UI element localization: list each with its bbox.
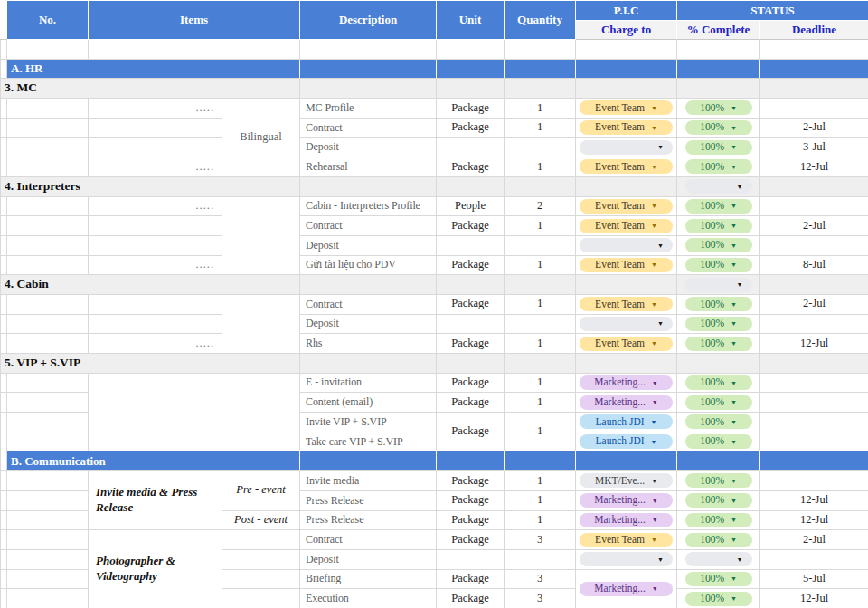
cell: [505, 451, 576, 471]
charge-to-dropdown[interactable]: ▼: [580, 238, 673, 252]
percent-complete-dropdown[interactable]: 100%▼: [685, 513, 752, 527]
percent-complete-dropdown[interactable]: 100%▼: [685, 592, 752, 606]
dropdown-value: 100%: [700, 260, 724, 271]
section-title: A. HR: [7, 59, 222, 79]
section-title: 4. Cabin: [1, 275, 300, 295]
percent-complete-dropdown[interactable]: ▼: [685, 552, 752, 566]
cell: [300, 79, 437, 99]
cell-deadline: 12-Jul: [760, 334, 868, 354]
percent-complete-dropdown[interactable]: 100%▼: [685, 395, 752, 410]
charge-to-dropdown[interactable]: Launch JDI▼: [580, 434, 673, 449]
cell-charge: Launch JDI▼: [576, 432, 677, 451]
chevron-down-icon: ▼: [651, 301, 657, 308]
cell-qty: 1: [505, 118, 576, 138]
cell-desc: Gửi tài liệu cho PDV: [300, 255, 437, 275]
charge-to-dropdown[interactable]: Marketing...▼: [580, 513, 673, 527]
charge-to-dropdown[interactable]: Event Team▼: [580, 159, 673, 174]
charge-to-dropdown[interactable]: ▼: [580, 552, 673, 566]
cell-complete: 100%▼: [677, 294, 760, 314]
charge-to-dropdown[interactable]: Event Team▼: [580, 100, 673, 115]
cell: [1, 40, 7, 60]
percent-complete-dropdown[interactable]: 100%▼: [685, 414, 752, 429]
percent-complete-dropdown[interactable]: 100%▼: [685, 493, 752, 508]
percent-complete-dropdown[interactable]: 100%▼: [685, 159, 752, 174]
cell-charge: Marketing...▼: [576, 393, 677, 413]
cell: [576, 451, 677, 471]
cell-qty: 1: [505, 373, 576, 393]
cell-complete: 100%▼: [677, 413, 760, 432]
percent-complete-dropdown[interactable]: 100%▼: [685, 473, 752, 488]
cell-deadline: 2-Jul: [760, 294, 868, 314]
charge-to-dropdown[interactable]: Event Team▼: [580, 120, 673, 135]
section-row: A. HR: [1, 59, 868, 79]
cell-desc: MC Profile: [300, 99, 437, 119]
cell-qty: 1: [505, 255, 576, 275]
cell-deadline: [760, 393, 868, 413]
percent-complete-dropdown[interactable]: 100%▼: [685, 238, 752, 252]
percent-complete-dropdown[interactable]: 100%▼: [685, 317, 752, 331]
percent-complete-dropdown[interactable]: 100%▼: [685, 434, 752, 449]
cell: [576, 79, 677, 99]
cell-desc: Deposit: [300, 314, 437, 334]
cell: [1, 216, 7, 236]
cell-unit: Package: [437, 471, 505, 491]
table-body: A. HR3. MC.....BilingualMC ProfilePackag…: [1, 40, 868, 608]
charge-to-dropdown[interactable]: Event Team▼: [580, 297, 673, 311]
percent-complete-dropdown[interactable]: 100%▼: [685, 533, 752, 547]
percent-complete-dropdown[interactable]: 100%▼: [685, 100, 752, 115]
chevron-down-icon: ▼: [657, 321, 664, 328]
cell: [437, 176, 505, 196]
charge-to-dropdown[interactable]: Launch JDI▼: [580, 414, 673, 429]
percent-complete-dropdown[interactable]: 100%▼: [685, 219, 752, 233]
percent-complete-dropdown[interactable]: 100%▼: [685, 199, 752, 214]
cell: [1, 393, 7, 413]
charge-to-dropdown[interactable]: Marketing...▼: [580, 493, 673, 508]
cell: [505, 59, 576, 79]
cell-items1: [89, 373, 222, 451]
percent-complete-dropdown[interactable]: 100%▼: [685, 297, 752, 311]
dropdown-value: MKT/Eve...: [595, 476, 645, 487]
cell-complete: 100%▼: [677, 490, 760, 510]
percent-complete-dropdown[interactable]: 100%▼: [685, 140, 752, 155]
percent-complete-dropdown[interactable]: 100%▼: [685, 375, 752, 390]
cell-items1: .....: [89, 99, 222, 119]
dropdown-value: Launch JDI: [596, 417, 645, 428]
section-row: 5. VIP + S.VIP: [1, 354, 868, 374]
charge-to-dropdown[interactable]: Event Team▼: [580, 219, 673, 233]
col-header-unit: Unit: [437, 1, 505, 40]
charge-to-dropdown[interactable]: Event Team▼: [580, 258, 673, 272]
cell: [437, 275, 505, 295]
charge-to-dropdown[interactable]: ▼: [580, 317, 673, 331]
charge-to-dropdown[interactable]: Event Team▼: [580, 199, 673, 214]
charge-to-dropdown[interactable]: Marketing...▼: [580, 582, 673, 596]
charge-to-dropdown[interactable]: ▼: [580, 140, 673, 155]
percent-complete-dropdown[interactable]: 100%▼: [685, 258, 752, 272]
percent-complete-dropdown[interactable]: ▼: [685, 278, 752, 292]
cell: [576, 275, 677, 295]
cell-complete: 100%▼: [677, 216, 760, 236]
cell-qty: 1: [505, 471, 576, 491]
percent-complete-dropdown[interactable]: 100%▼: [685, 572, 752, 586]
cell-no: [7, 294, 89, 314]
percent-complete-dropdown[interactable]: 100%▼: [685, 337, 752, 351]
charge-to-dropdown[interactable]: Event Team▼: [580, 533, 673, 547]
cell-desc: Take care VIP + S.VIP: [300, 432, 437, 451]
dropdown-value: 100%: [700, 318, 724, 329]
cell-qty: 1: [505, 157, 576, 177]
dropdown-value: Marketing...: [594, 584, 646, 594]
cell: [505, 176, 576, 196]
charge-to-dropdown[interactable]: Marketing...▼: [580, 395, 673, 410]
cell-charge: Event Team▼: [576, 294, 677, 314]
percent-complete-dropdown[interactable]: 100%▼: [685, 120, 752, 135]
cell: [89, 40, 222, 60]
dropdown-value: 100%: [700, 495, 724, 506]
charge-to-dropdown[interactable]: Marketing...▼: [580, 375, 673, 390]
dropdown-value: 100%: [700, 338, 724, 349]
cell-charge: Marketing...▼: [576, 510, 677, 530]
cell-items2: [222, 530, 300, 550]
cell-no: [7, 393, 89, 413]
percent-complete-dropdown[interactable]: ▼: [685, 179, 752, 194]
charge-to-dropdown[interactable]: MKT/Eve...▼: [580, 473, 673, 488]
table-row: .....Cabin - Interpreters ProfilePeople2…: [1, 196, 868, 216]
charge-to-dropdown[interactable]: Event Team▼: [580, 337, 673, 351]
